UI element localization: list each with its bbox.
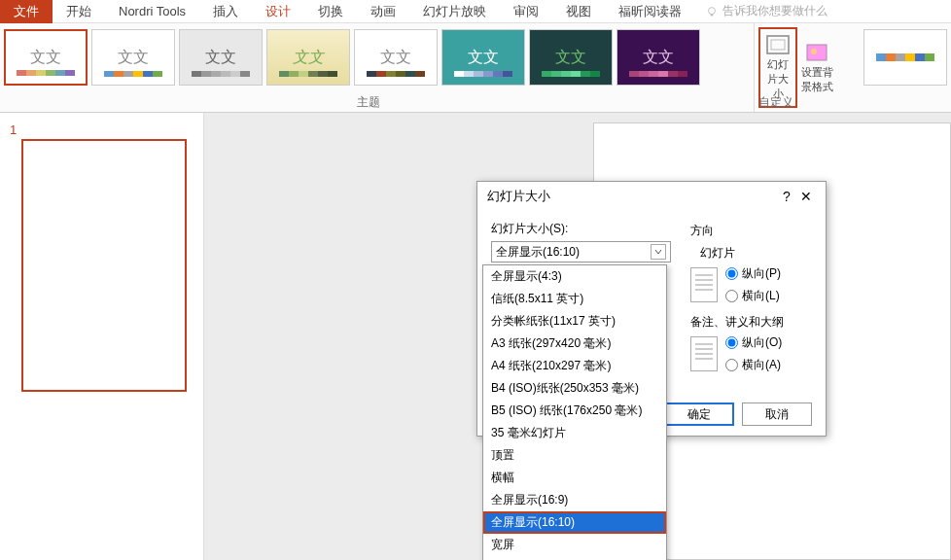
theme-thumb-2[interactable]: 文文 [91, 29, 175, 86]
tab-nordri[interactable]: Nordri Tools [105, 0, 199, 22]
theme-thumb-8[interactable]: 文文 [616, 29, 700, 86]
tell-me-search[interactable]: 告诉我你想要做什么 [705, 3, 828, 19]
theme-label: 文文 [30, 48, 61, 68]
tab-insert[interactable]: 插入 [199, 0, 252, 24]
page-portrait-icon [690, 267, 718, 302]
ribbon-wrap: 文文 文文 文文 文文 文文 文文 文文 文文 [0, 23, 951, 113]
radio-landscape-a[interactable]: 横向(A) [725, 357, 782, 373]
ribbon-tabs: 文件 开始 Nordri Tools 插入 设计 切换 动画 幻灯片放映 审阅 … [0, 0, 951, 23]
background-format-label: 设置背景格式 [799, 65, 834, 94]
notes-section-label: 备注、讲义和大纲 [690, 314, 812, 331]
size-label: 幻灯片大小(S): [491, 221, 671, 237]
dropdown-option[interactable]: 横幅 [483, 467, 666, 489]
theme-label: 文文 [380, 48, 411, 68]
background-format-icon [804, 42, 829, 63]
svg-rect-1 [711, 14, 714, 16]
theme-colors-icon [104, 71, 162, 77]
dropdown-option[interactable]: 自定义 [483, 556, 666, 560]
dialog-close-button[interactable]: ✕ [796, 189, 816, 204]
custom-group-label: 自定义 [737, 94, 815, 111]
theme-thumb-4[interactable]: 文文 [266, 29, 350, 86]
radio-portrait-p[interactable]: 纵向(P) [725, 265, 781, 282]
theme-thumb-6[interactable]: 文文 [441, 29, 525, 86]
dropdown-option[interactable]: 全屏显示(16:10) [483, 511, 666, 534]
tab-transition[interactable]: 切换 [304, 0, 357, 24]
theme-colors-icon [454, 71, 512, 77]
tab-foxit[interactable]: 福昕阅读器 [605, 0, 695, 24]
theme-label: 文文 [555, 48, 586, 68]
theme-thumb-7[interactable]: 文文 [529, 29, 613, 86]
svg-point-0 [709, 7, 716, 14]
tab-view[interactable]: 视图 [552, 0, 605, 24]
dropdown-option[interactable]: 信纸(8.5x11 英寸) [483, 288, 666, 310]
dropdown-option[interactable]: 宽屏 [483, 534, 666, 556]
theme-thumb-1[interactable]: 文文 [4, 29, 88, 86]
dropdown-option[interactable]: B4 (ISO)纸张(250x353 毫米) [483, 377, 666, 400]
theme-colors-icon [17, 70, 75, 76]
dropdown-option[interactable]: A3 纸张(297x420 毫米) [483, 332, 666, 355]
dialog-right: 方向 幻灯片 纵向(P) 横向(L) 备注、讲义和大纲 纵向(O) 横向(A) [690, 221, 812, 383]
lightbulb-icon [705, 5, 719, 18]
dropdown-option[interactable]: A4 纸张(210x297 毫米) [483, 355, 666, 377]
theme-colors-icon [542, 71, 600, 77]
slide-orientation: 纵向(P) 横向(L) [690, 265, 812, 304]
theme-label: 文文 [643, 48, 674, 68]
chevron-down-icon [651, 244, 666, 260]
size-combobox[interactable]: 全屏显示(16:10) [491, 241, 671, 262]
radio-landscape-l[interactable]: 横向(L) [725, 288, 781, 304]
variant-thumb-1[interactable] [863, 29, 947, 86]
theme-thumb-3[interactable]: 文文 [179, 29, 263, 86]
theme-label: 文文 [118, 48, 149, 68]
svg-rect-2 [767, 36, 789, 53]
tab-home[interactable]: 开始 [53, 0, 105, 24]
slide-radios: 纵向(P) 横向(L) [725, 265, 781, 304]
radio-portrait-o[interactable]: 纵向(O) [725, 334, 782, 351]
slide-size-icon [765, 34, 791, 55]
cancel-button[interactable]: 取消 [742, 402, 812, 426]
dropdown-option[interactable]: 顶置 [483, 444, 666, 467]
tab-slideshow[interactable]: 幻灯片放映 [409, 0, 500, 24]
theme-colors-icon [367, 71, 425, 77]
dialog-titlebar: 幻灯片大小 ? ✕ [477, 182, 826, 211]
theme-thumb-5[interactable]: 文文 [354, 29, 438, 86]
size-value: 全屏显示(16:10) [496, 244, 580, 261]
notes-radios: 纵向(O) 横向(A) [725, 334, 782, 373]
dropdown-option[interactable]: 35 毫米幻灯片 [483, 422, 666, 444]
dropdown-option[interactable]: 分类帐纸张(11x17 英寸) [483, 310, 666, 332]
size-dropdown: 全屏显示(4:3)信纸(8.5x11 英寸)分类帐纸张(11x17 英寸)A3 … [482, 264, 667, 560]
theme-colors-icon [192, 71, 250, 77]
page-portrait-icon [690, 336, 718, 371]
theme-label: 文文 [205, 48, 236, 68]
tab-review[interactable]: 审阅 [500, 0, 552, 24]
slide-thumbnail-1[interactable] [21, 139, 187, 392]
slide-number: 1 [10, 122, 17, 137]
dropdown-option[interactable]: 全屏显示(16:9) [483, 489, 666, 511]
tell-me-placeholder: 告诉我你想要做什么 [722, 3, 828, 19]
dialog-help-button[interactable]: ? [777, 189, 796, 204]
direction-label: 方向 [690, 223, 812, 239]
svg-point-5 [811, 49, 817, 54]
notes-orientation: 纵向(O) 横向(A) [690, 334, 812, 373]
theme-label: 文文 [293, 48, 324, 68]
themes-group-label: 主题 [0, 94, 737, 111]
variant-colors-icon [876, 53, 934, 61]
dialog-title: 幻灯片大小 [487, 188, 550, 205]
dropdown-option[interactable]: B5 (ISO) 纸张(176x250 毫米) [483, 400, 666, 422]
svg-rect-4 [807, 45, 827, 60]
tab-animation[interactable]: 动画 [357, 0, 409, 24]
variant-gallery [860, 23, 951, 112]
svg-rect-3 [771, 40, 785, 50]
ok-button[interactable]: 确定 [664, 402, 734, 426]
theme-label: 文文 [468, 48, 499, 68]
tab-design[interactable]: 设计 [252, 0, 304, 24]
theme-colors-icon [629, 71, 687, 77]
slide-section-label: 幻灯片 [700, 245, 812, 262]
dropdown-option[interactable]: 全屏显示(4:3) [483, 265, 666, 288]
slide-panel: 1 [0, 113, 204, 560]
tab-file[interactable]: 文件 [0, 0, 53, 24]
theme-colors-icon [279, 71, 337, 77]
